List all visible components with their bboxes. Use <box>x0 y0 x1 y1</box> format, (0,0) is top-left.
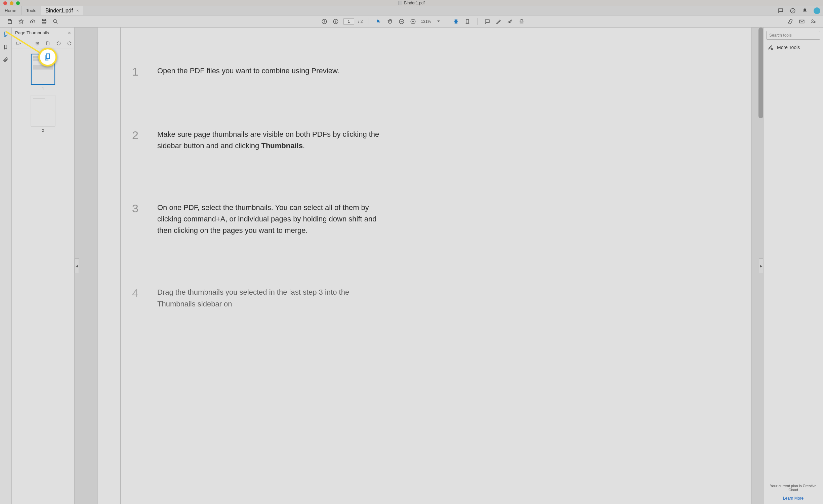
step-row: 4 Drag the thumbnails you selected in th… <box>130 287 711 309</box>
svg-point-16 <box>771 48 773 50</box>
tab-document-label: Binder1.pdf <box>45 8 73 14</box>
svg-point-6 <box>53 19 56 23</box>
page-total-label: / 2 <box>358 19 363 24</box>
window-title: Binder1.pdf <box>404 1 424 5</box>
step-number: 1 <box>130 65 138 78</box>
insert-page-icon[interactable] <box>45 40 51 46</box>
attachments-rail-icon[interactable] <box>2 56 9 63</box>
tab-close-button[interactable]: × <box>76 8 79 13</box>
step-row: 3 On one PDF, select the thumbnails. You… <box>130 202 711 236</box>
share-people-icon[interactable] <box>810 18 817 25</box>
stamp-tool-icon[interactable] <box>518 18 525 25</box>
svg-rect-2 <box>9 19 10 21</box>
search-tools-input[interactable]: Search tools <box>766 31 820 40</box>
document-icon <box>398 1 402 5</box>
svg-rect-5 <box>43 22 45 24</box>
svg-rect-15 <box>16 42 19 44</box>
step-text: Open the PDF files you want to combine u… <box>157 65 339 77</box>
main-area: Page Thumbnails × 1 <box>0 28 823 504</box>
thumbnails-panel-title: Page Thumbnails <box>15 30 49 35</box>
left-navigation-rail <box>0 28 12 504</box>
comments-icon[interactable] <box>777 7 784 14</box>
collapse-right-handle[interactable]: ▶ <box>759 258 763 273</box>
page-down-icon[interactable] <box>332 18 339 25</box>
page-up-icon[interactable] <box>321 18 328 25</box>
help-icon[interactable]: ? <box>789 7 796 14</box>
step-row: 1 Open the PDF files you want to combine… <box>130 65 711 78</box>
highlight-tool-icon[interactable] <box>495 18 502 25</box>
account-avatar[interactable] <box>814 7 820 14</box>
comment-tool-icon[interactable] <box>484 18 491 25</box>
zoom-dropdown-icon[interactable] <box>437 20 440 22</box>
more-tools-icon <box>768 44 774 50</box>
document-viewport[interactable]: ◀ 1 Open the PDF files you want to combi… <box>75 28 763 504</box>
collapse-left-handle[interactable]: ◀ <box>75 258 79 273</box>
scrollbar[interactable] <box>758 28 763 118</box>
search-icon[interactable] <box>52 18 59 25</box>
svg-point-14 <box>814 22 815 23</box>
tab-home[interactable]: Home <box>0 6 22 15</box>
thumbnails-panel: Page Thumbnails × 1 <box>12 28 75 504</box>
learn-more-link[interactable]: Learn More <box>766 496 820 501</box>
save-icon[interactable] <box>6 18 13 25</box>
document-page: 1 Open the PDF files you want to combine… <box>98 28 751 504</box>
zoom-in-icon[interactable] <box>409 18 417 25</box>
toolbar: / 2 131% <box>0 15 823 28</box>
thumbnail-number: 1 <box>42 87 44 91</box>
tab-bar: Home Tools Binder1.pdf × ? <box>0 6 823 15</box>
print-icon[interactable] <box>40 18 48 25</box>
step-number: 3 <box>130 202 138 215</box>
zoom-level: 131% <box>421 19 431 24</box>
step-row: 2 Make sure page thumbnails are visible … <box>130 129 711 152</box>
star-icon[interactable] <box>17 18 25 25</box>
more-tools-label: More Tools <box>777 45 800 50</box>
thumbnail-number: 2 <box>42 128 44 132</box>
sign-tool-icon[interactable] <box>506 18 514 25</box>
share-link-icon[interactable] <box>787 18 794 25</box>
plan-text: Your current plan is Creative Cloud <box>766 484 820 492</box>
page-number-input[interactable] <box>343 18 354 25</box>
callout-highlight <box>38 48 57 67</box>
more-tools-button[interactable]: More Tools <box>766 40 820 55</box>
fit-page-icon[interactable] <box>464 18 471 25</box>
step-text: Drag the thumbnails you selected in the … <box>157 287 386 309</box>
step-number: 4 <box>130 287 138 300</box>
svg-rect-11 <box>466 19 469 23</box>
bookmarks-rail-icon[interactable] <box>2 44 9 50</box>
email-icon[interactable] <box>798 18 806 25</box>
zoom-out-icon[interactable] <box>398 18 405 25</box>
svg-point-13 <box>812 19 814 21</box>
selection-tool-icon[interactable] <box>375 18 382 25</box>
thumbnails-toolbar <box>12 38 74 48</box>
hand-tool-icon[interactable] <box>386 18 394 25</box>
thumbnails-close-button[interactable]: × <box>68 30 71 36</box>
thumbnail-page-2[interactable]: 2 <box>31 95 55 132</box>
step-number: 2 <box>130 129 138 142</box>
delete-page-icon[interactable] <box>34 40 40 46</box>
window-titlebar: Binder1.pdf <box>0 0 823 6</box>
tab-tools[interactable]: Tools <box>22 6 41 15</box>
svg-text:?: ? <box>792 9 793 12</box>
step-text: On one PDF, select the thumbnails. You c… <box>157 202 386 236</box>
fit-width-icon[interactable] <box>452 18 460 25</box>
tools-panel: Search tools More Tools Your current pla… <box>763 28 823 504</box>
notifications-icon[interactable] <box>801 7 808 14</box>
step-text: Make sure page thumbnails are visible on… <box>157 129 386 152</box>
rotate-left-icon[interactable] <box>55 40 61 46</box>
tab-document[interactable]: Binder1.pdf × <box>41 6 83 15</box>
cloud-upload-icon[interactable] <box>29 18 36 25</box>
rotate-right-icon[interactable] <box>66 40 72 46</box>
